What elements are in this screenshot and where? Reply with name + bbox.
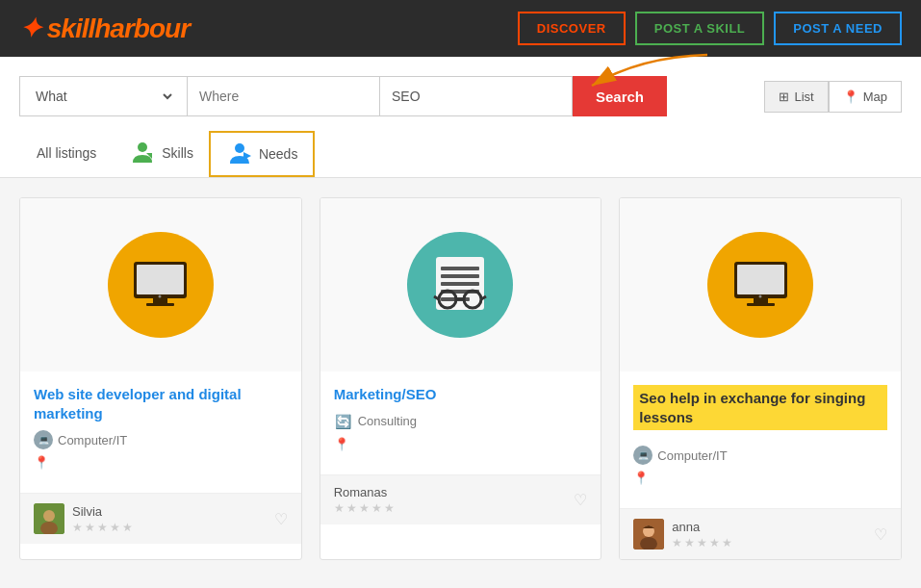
card-3-avatar [633,519,664,550]
card-1-image [20,198,301,371]
svg-point-1 [138,142,147,152]
card-1-footer: Silvia ★ ★ ★ ★ ★ ♡ [20,493,301,544]
card-3-stars: ★ ★ ★ ★ ★ [672,536,732,550]
category-icon-3: 💻 [633,446,652,465]
card-1-user-details: Silvia ★ ★ ★ ★ ★ [72,504,133,534]
tab-all-listings[interactable]: All listings [19,136,114,173]
svg-rect-25 [737,265,784,294]
what-select[interactable]: What [19,76,188,116]
card-1-stars: ★ ★ ★ ★ ★ [72,521,133,534]
card-1-username: Silvia [72,504,133,519]
card-3-username: anna [672,520,732,534]
card-1-avatar [34,503,64,534]
skills-person-icon [129,140,156,166]
keyword-input[interactable] [380,76,573,116]
nav-buttons: DISCOVER POST A SKILL POST A NEED [518,12,902,45]
silvia-avatar-img [34,503,64,534]
tabs-row: All listings Skills Needs [19,131,902,177]
discover-button[interactable]: DISCOVER [518,12,626,45]
category-icon-1: 💻 [34,430,53,449]
header: ✦ skillharbour DISCOVER POST A SKILL POS… [0,0,921,57]
svg-rect-6 [137,265,184,294]
svg-rect-7 [153,298,167,303]
card-2-location: 📍 [334,437,588,451]
card-3-user-info: anna ★ ★ ★ ★ ★ [633,519,732,550]
map-pin-icon: 📍 [843,89,858,104]
svg-rect-26 [754,298,768,303]
card-3-user-details: anna ★ ★ ★ ★ ★ [672,520,732,550]
card-1-heart[interactable]: ♡ [274,510,288,528]
card-2-body: Marketing/SEO 🔄 Consulting 📍 [320,371,601,474]
svg-rect-16 [441,282,479,286]
card-3-category: 💻 Computer/IT [633,446,887,465]
monitor-icon-3 [729,259,792,312]
search-area: What Search ⊞ List 📍 [0,57,921,178]
monitor-icon-1 [129,259,192,312]
what-dropdown[interactable]: What [32,88,175,105]
card-2-image [320,198,601,371]
card-1: Web site developer and digital marketing… [19,197,302,560]
card-2-footer: Romanas ★ ★ ★ ★ ★ ♡ [320,474,601,524]
category-icon-2: 🔄 [334,412,353,431]
svg-point-9 [159,294,162,297]
view-toggle: ⊞ List 📍 Map [764,81,902,113]
where-input[interactable] [188,76,380,116]
card-3-body: Seo help in exchange for singing lessons… [620,371,901,508]
list-grid-icon: ⊞ [779,89,789,104]
list-view-button[interactable]: ⊞ List [764,81,828,113]
cards-grid: Web site developer and digital marketing… [0,178,921,579]
svg-rect-27 [747,303,775,306]
reading-icon [422,249,499,321]
card-2-heart[interactable]: ♡ [574,491,587,509]
search-row: What Search ⊞ List 📍 [19,76,902,116]
search-container [380,76,573,116]
card-2-username: Romanas [334,485,395,499]
card-3-title[interactable]: Seo help in exchange for singing lessons [633,385,887,430]
svg-point-28 [758,294,761,297]
card-3-location: 📍 [633,471,887,485]
svg-rect-14 [441,267,479,270]
card-1-user-info: Silvia ★ ★ ★ ★ ★ [34,503,133,534]
card-2: Marketing/SEO 🔄 Consulting 📍 Romanas ★ ★… [320,197,602,560]
card-2-icon-circle [407,232,513,338]
svg-point-3 [235,143,244,153]
tab-needs[interactable]: Needs [209,131,315,177]
svg-rect-8 [146,303,174,306]
card-1-body: Web site developer and digital marketing… [20,371,301,493]
card-2-title[interactable]: Marketing/SEO [334,385,588,404]
card-2-stars: ★ ★ ★ ★ ★ [334,501,395,515]
post-need-button[interactable]: POST A NEED [774,12,902,45]
card-2-category: 🔄 Consulting [334,412,588,431]
card-3-icon-circle [707,232,813,338]
card-1-icon-circle [108,232,214,338]
card-2-user-info: Romanas ★ ★ ★ ★ ★ [334,485,395,515]
svg-rect-15 [441,274,479,278]
map-view-button[interactable]: 📍 Map [829,81,902,113]
card-1-title[interactable]: Web site developer and digital marketing [34,385,288,422]
card-1-location: 📍 [34,455,288,470]
post-skill-button[interactable]: POST A SKILL [635,12,765,45]
card-3: Seo help in exchange for singing lessons… [619,197,902,560]
card-3-heart[interactable]: ♡ [874,525,887,544]
logo: ✦ skillharbour [19,13,190,44]
card-3-footer: anna ★ ★ ★ ★ ★ ♡ [620,508,901,559]
card-2-user-details: Romanas ★ ★ ★ ★ ★ [334,485,395,515]
card-3-image [620,198,901,371]
card-1-category: 💻 Computer/IT [34,430,288,449]
search-button[interactable]: Search [573,76,667,116]
tab-skills[interactable]: Skills [114,132,209,177]
svg-point-11 [43,510,55,522]
anna-avatar-img [633,519,664,550]
needs-person-icon [226,141,253,167]
